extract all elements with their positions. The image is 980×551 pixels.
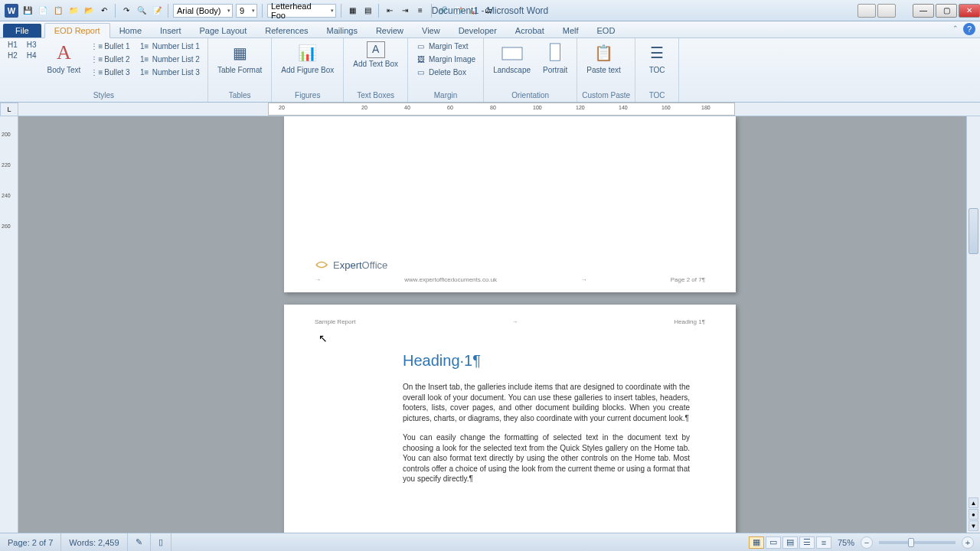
qat-icon-b[interactable]: ▤ [361,5,374,17]
style-h3[interactable]: H3 [24,40,40,50]
extra-button-2[interactable] [877,4,896,18]
indent-dec-icon[interactable]: ⇤ [384,5,396,17]
style-bullet3[interactable]: ⋮≡Bullet 3 [88,66,132,78]
zoom-in-button[interactable]: + [962,536,974,549]
tab-references[interactable]: References [256,24,317,37]
add-textbox-button[interactable]: AAdd Text Box [348,40,403,70]
style-num2[interactable]: 1≡Number List 2 [136,53,203,65]
view-outline[interactable]: ☰ [799,536,815,549]
style-h1[interactable]: H1 [5,40,21,50]
zoom-level[interactable]: 75% [838,538,854,547]
bullet-icon: ⋮≡ [91,41,102,51]
status-page[interactable]: Page: 2 of 7 [0,533,61,551]
logo-text: ExpertOffice [333,259,387,271]
qat-icon-9[interactable]: 📝 [151,5,163,17]
scroll-dot-icon[interactable]: ● [969,509,978,520]
qat-icon-5[interactable]: 📂 [83,5,95,17]
page-1[interactable]: ExpertOffice → www.expertofficedocuments… [284,116,736,292]
portrait-icon [543,41,567,64]
view-draft[interactable]: ≡ [816,536,831,549]
zoom-out-button[interactable]: − [861,536,873,549]
add-figure-button[interactable]: 📊Add Figure Box [276,40,338,76]
qat-icon-4[interactable]: 📁 [67,5,80,17]
style-num1[interactable]: 1≡Number List 1 [136,40,203,52]
font-size-selector[interactable]: 9 [236,4,257,18]
font-name-selector[interactable]: Arial (Body) [173,4,233,18]
paste-icon: 📋 [592,41,616,64]
tab-developer[interactable]: Developer [449,24,506,37]
ruler-corner[interactable]: L [0,103,18,116]
horizontal-ruler[interactable]: 20 20 40 60 80 100 120 140 160 180 [18,103,980,116]
qat-icon-3[interactable]: 📋 [52,5,64,17]
tab-melf[interactable]: Melf [554,24,588,37]
svg-rect-1 [550,44,560,60]
maximize-button[interactable]: ▢ [936,4,957,18]
page-footer: ExpertOffice → www.expertofficedocuments… [315,258,705,283]
vertical-ruler[interactable]: 200 220 240 260 [0,116,18,533]
status-macro-icon[interactable]: ▯ [151,533,172,551]
tab-acrobat[interactable]: Acrobat [506,24,554,37]
margin-image-button[interactable]: 🖼Margin Image [413,53,479,65]
zoom-slider[interactable] [879,541,956,544]
style-body-text[interactable]: ABody Text [43,40,86,76]
qat-icon-8[interactable]: 🔍 [136,5,148,17]
numlist-icon: 1≡ [139,67,150,77]
tab-mailings[interactable]: Mailings [318,24,367,37]
page-2[interactable]: Sample Report→Heading 1¶ Heading·1¶ On t… [284,305,736,533]
indent-inc-icon[interactable]: ⇥ [399,5,411,17]
qat-icon-a[interactable]: ▦ [346,5,358,17]
tab-view[interactable]: View [413,24,449,37]
status-proofing-icon[interactable]: ✎ [128,533,151,551]
tab-insert[interactable]: Insert [151,24,191,37]
numlist-icon: 1≡ [139,41,150,51]
footer-page: Page 2 of 7¶ [671,276,705,283]
minimize-button[interactable]: — [913,4,934,18]
view-web-layout[interactable]: ▤ [782,536,798,549]
vertical-scrollbar[interactable]: ▲ ● ▼ [966,116,980,533]
chart-icon: 📊 [296,41,320,64]
tab-eod-report[interactable]: EOD Report [44,23,110,38]
bullet-icon: ⋮≡ [91,67,102,77]
group-textboxes: AAdd Text Box Text Boxes [344,38,408,102]
paste-text-button[interactable]: 📋Paste text [582,40,625,76]
extra-button-1[interactable] [858,4,876,18]
landscape-button[interactable]: Landscape [488,40,535,76]
close-button[interactable]: ✕ [959,4,980,18]
style-bullet2[interactable]: ⋮≡Bullet 2 [88,53,132,65]
zoom-thumb[interactable] [908,538,914,547]
tab-home[interactable]: Home [110,24,151,37]
delete-box-button[interactable]: ▭Delete Box [413,66,479,78]
ribbon-tabs: File EOD Report Home Insert Page Layout … [0,21,980,38]
group-toc: ☰TOC TOC [635,38,679,102]
view-full-screen[interactable]: ▭ [766,536,781,549]
margin-text-button[interactable]: ▭Margin Text [413,40,479,52]
style-h4[interactable]: H4 [24,51,40,60]
window-title: Document1 - Microsoft Word [432,5,549,16]
style-h2[interactable]: H2 [5,51,21,60]
table-format-button[interactable]: ▦Table Format [213,40,266,76]
status-words[interactable]: Words: 2,459 [61,533,127,551]
save-icon[interactable]: 💾 [21,5,34,17]
portrait-button[interactable]: Portrait [538,40,572,76]
collapse-ribbon-icon[interactable]: ⌃ [952,24,959,32]
qat-icon-e[interactable]: ≡ [414,5,426,17]
page-body[interactable]: Heading·1¶ On the Insert tab, the galler… [403,350,690,494]
tab-eod[interactable]: EOD [588,24,625,37]
scroll-thumb[interactable] [969,208,978,254]
style-num3[interactable]: 1≡Number List 3 [136,66,203,78]
tab-review[interactable]: Review [367,24,413,37]
page-size-selector[interactable]: Letterhead Foo [267,4,336,18]
redo-icon[interactable]: ↷ [120,5,132,17]
view-print-layout[interactable]: ▦ [749,536,764,549]
file-tab[interactable]: File [3,24,41,37]
toc-button[interactable]: ☰TOC [640,40,674,76]
style-bullet1[interactable]: ⋮≡Bullet 1 [88,40,132,52]
scroll-up-icon[interactable]: ▲ [969,497,978,508]
qat-icon-2[interactable]: 📄 [37,5,49,17]
tab-page-layout[interactable]: Page Layout [191,24,256,37]
help-icon[interactable]: ? [963,23,975,35]
scroll-down-icon[interactable]: ▼ [969,520,978,531]
document-area[interactable]: ExpertOffice → www.expertofficedocuments… [18,116,980,533]
paragraph-1: On the Insert tab, the galleries include… [403,382,690,423]
undo-icon[interactable]: ↶ [98,5,110,17]
